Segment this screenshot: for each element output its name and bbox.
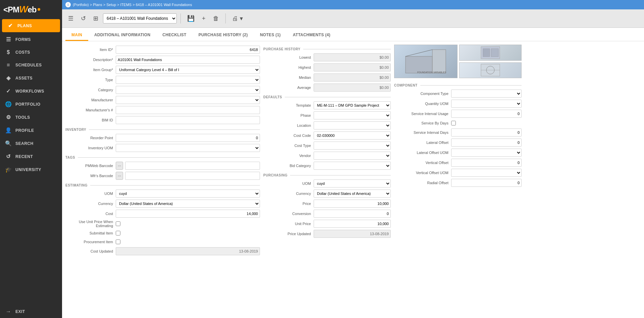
conversion-label: Conversion: [263, 212, 314, 216]
highest-input: [314, 63, 391, 71]
toolbar-separator: [180, 13, 181, 23]
tab-main[interactable]: Main: [65, 30, 88, 41]
est-uom-select[interactable]: cuyd: [116, 190, 260, 198]
est-currency-select[interactable]: Dollar (United States of America): [116, 200, 260, 208]
info-bar: i (Portfolio) > Plans > Setup > ITEMS > …: [62, 0, 644, 9]
sidebar: <PMWeb ✔ Plans ☰ Forms $ Costs ≡ Schedul…: [0, 0, 62, 318]
vendor-row: Vendor: [263, 151, 391, 161]
vendor-select[interactable]: [314, 152, 391, 160]
location-select[interactable]: [314, 121, 391, 129]
bim-id-row: BIM ID: [65, 115, 260, 125]
conversion-input[interactable]: [314, 210, 391, 218]
bim-id-input[interactable]: [116, 116, 260, 124]
cost-input[interactable]: [116, 210, 260, 218]
service-interval-usage-input[interactable]: [451, 110, 522, 118]
reorder-point-input[interactable]: [116, 134, 260, 142]
tab-checklist[interactable]: Checklist: [156, 30, 192, 41]
vertical-offset-label: Vertical Offset: [394, 161, 451, 165]
sidebar-item-tools[interactable]: ⚙ Tools: [0, 111, 62, 124]
undo-button[interactable]: ↺: [78, 13, 89, 24]
cost-code-select[interactable]: 02-030000: [314, 131, 391, 140]
print-button[interactable]: 🖨 ▾: [229, 13, 246, 24]
radial-offset-label: Radial Offset: [394, 181, 451, 185]
tab-notes[interactable]: Notes (1): [254, 30, 287, 41]
description-input[interactable]: [116, 56, 260, 64]
image-thumb-1[interactable]: [459, 45, 522, 61]
service-interval-days-label: Service Interval Days: [394, 130, 451, 135]
sidebar-item-search[interactable]: 🔍 Search: [0, 137, 62, 150]
item-id-input[interactable]: [116, 46, 260, 54]
sidebar-item-costs[interactable]: $ Costs: [0, 46, 62, 59]
price-updated-input: [314, 230, 391, 238]
cost-type-row: Cost Type: [263, 141, 391, 151]
sidebar-item-plans[interactable]: ✔ Plans: [2, 19, 60, 32]
lateral-offset-uom-select[interactable]: [451, 149, 522, 157]
image-thumb-2[interactable]: [459, 62, 522, 78]
sidebar-item-profile[interactable]: 👤 Profile: [0, 124, 62, 137]
image-main[interactable]: FOUNDATION VARIABLES: [394, 45, 458, 78]
sidebar-item-schedules[interactable]: ≡ Schedules: [0, 59, 62, 71]
quantity-uom-select[interactable]: [451, 100, 522, 108]
use-unit-price-checkbox[interactable]: [116, 221, 120, 226]
tab-attachments[interactable]: Attachments (4): [287, 30, 336, 41]
procurement-item-checkbox[interactable]: [116, 240, 120, 244]
price-input[interactable]: [314, 200, 391, 208]
purch-currency-select[interactable]: Dollar (United States of America): [314, 190, 391, 198]
manufacturer-select[interactable]: [116, 96, 260, 104]
service-by-days-checkbox[interactable]: [451, 121, 456, 125]
unit-price-label: Unit Price: [263, 222, 314, 226]
save-button[interactable]: 💾: [184, 13, 197, 24]
type-select[interactable]: [116, 76, 260, 84]
bid-category-select[interactable]: [314, 162, 391, 170]
add-button[interactable]: +: [199, 13, 208, 24]
phase-select[interactable]: [314, 111, 391, 119]
category-select[interactable]: [116, 86, 260, 94]
component-type-select[interactable]: [451, 90, 522, 98]
template-select[interactable]: ME-M-111 – DM GPD Sample Project: [314, 101, 391, 109]
average-label: Average: [263, 86, 314, 90]
delete-button[interactable]: 🗑: [210, 13, 222, 24]
logo-dot: [38, 8, 40, 11]
unit-price-input[interactable]: [314, 220, 391, 228]
median-input: [314, 73, 391, 82]
inventory-uom-select[interactable]: [116, 144, 260, 152]
sidebar-item-portfolio[interactable]: 🌐 Portfolio: [0, 98, 62, 111]
item-group-row: Item Group* Uniformat Category Level 4 –…: [65, 65, 260, 75]
sidebar-item-university[interactable]: 🎓 University: [0, 163, 62, 176]
recent-icon: ↺: [5, 153, 12, 160]
service-interval-days-input[interactable]: [451, 128, 522, 137]
lateral-offset-input[interactable]: [451, 139, 522, 147]
radial-offset-input[interactable]: [451, 179, 522, 187]
record-select[interactable]: 6418 – A101001 Wall Foundations: [103, 16, 176, 21]
manufacturers-hash-input[interactable]: [116, 106, 260, 114]
sidebar-item-workflows[interactable]: ✓ Workflows: [0, 85, 62, 98]
list-view-button[interactable]: ☰: [65, 13, 76, 24]
tab-additional[interactable]: Additional Information: [88, 30, 156, 41]
cost-type-select[interactable]: [314, 142, 391, 150]
vertical-offset-input[interactable]: [451, 159, 522, 167]
item-group-select[interactable]: Uniformat Category Level 4 – Bill of I: [116, 66, 260, 74]
reorder-point-label: Reorder Point: [65, 136, 116, 140]
description-row: Description*: [65, 55, 260, 65]
vertical-offset-uom-label: Vertical Offset UOM: [394, 171, 451, 175]
tab-purchase-history[interactable]: Purchase History (2): [193, 30, 254, 41]
pmweb-barcode-btn[interactable]: ···: [116, 162, 123, 170]
purch-uom-select[interactable]: cuyd: [314, 179, 391, 188]
toolbar: ☰ ↺ ⊞ 6418 – A101001 Wall Foundations 💾 …: [62, 9, 644, 28]
mfrs-barcode-btn[interactable]: ···: [116, 172, 123, 180]
vertical-offset-uom-select[interactable]: [451, 169, 522, 177]
est-uom-label: UOM: [65, 192, 116, 196]
sidebar-item-assets[interactable]: ◈ Assets: [0, 71, 62, 85]
sidebar-item-exit[interactable]: → Exit: [0, 305, 62, 318]
pmweb-barcode-input[interactable]: [125, 162, 260, 170]
radial-offset-row: Radial Offset: [394, 178, 522, 188]
schedules-icon: ≡: [5, 62, 12, 68]
record-dropdown[interactable]: 6418 – A101001 Wall Foundations: [103, 13, 177, 23]
sidebar-item-forms[interactable]: ☰ Forms: [0, 33, 62, 46]
mfrs-barcode-input[interactable]: [125, 172, 260, 180]
submittal-item-checkbox[interactable]: [116, 231, 120, 235]
lateral-offset-uom-label: Lateral Offset UOM: [394, 151, 451, 155]
phase-label: Phase: [263, 113, 314, 117]
sidebar-item-recent[interactable]: ↺ Recent: [0, 150, 62, 163]
hierarchy-button[interactable]: ⊞: [91, 13, 101, 24]
